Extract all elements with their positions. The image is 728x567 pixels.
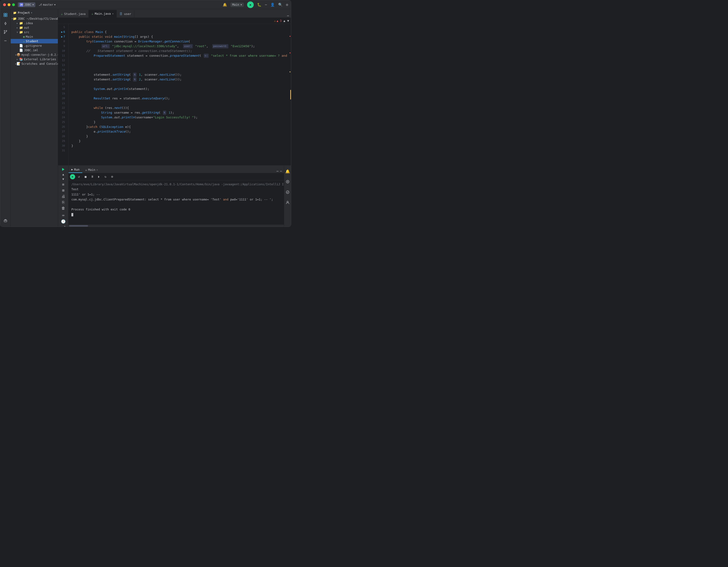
tab-student[interactable]: ☕ Student.java — [58, 10, 89, 18]
tab-run[interactable]: ▶ Run — [69, 166, 82, 173]
tree-arrow: ▶ — [15, 27, 19, 29]
project-badge[interactable]: JD JDBC ▼ — [18, 2, 35, 7]
code-line: System.out.println(username+"Login Succe… — [71, 115, 288, 120]
history-icon[interactable]: 🕐 — [60, 219, 67, 224]
avatar-icon[interactable]: 👤 — [270, 3, 275, 7]
main-tab-label: Main — [88, 168, 95, 171]
code-line: // Statement statement = connection.crea… — [71, 49, 288, 53]
code-line: } — [71, 143, 288, 148]
tree-item-external-libs[interactable]: ▶ 📚 External Libraries — [11, 57, 58, 61]
tree-item-mysql-jar[interactable]: ▶ 📦 mysql-connector-j-8.2.0.jar — [11, 52, 58, 57]
java-file-icon: ☕ — [23, 39, 25, 43]
terminal-icon[interactable]: ⌨ — [60, 213, 67, 218]
code-content[interactable]: public class Main { public static void m… — [69, 24, 288, 165]
tree-arrow: ▶ — [15, 22, 19, 24]
more-tools-icon[interactable]: ⋯ — [2, 37, 9, 44]
debug-icon[interactable]: 🐛 — [257, 3, 262, 7]
code-line — [71, 68, 288, 72]
line-num: 28 — [58, 134, 66, 139]
maximize-button[interactable] — [12, 3, 15, 6]
git-tool-icon[interactable] — [2, 28, 9, 36]
rerun-button[interactable]: ↺ — [76, 174, 82, 179]
more-icon[interactable]: ⋯ — [276, 169, 278, 173]
tree-item-jdbc[interactable]: ▼ 📁 JDBC ~/Desktop/CS/JavaEE/1 Ja — [11, 16, 58, 21]
tree-item-iml[interactable]: 📄 JDBC.iml — [11, 48, 58, 52]
ai-icon[interactable] — [284, 178, 291, 185]
delete-icon[interactable]: 🗑 — [60, 206, 67, 210]
tab-main-console[interactable]: ☕ Main ✕ — [82, 166, 101, 173]
tree-item-scratches[interactable]: ▶ 📝 Scratches and Consoles — [11, 61, 58, 66]
code-line: }catch (SQLException e){ — [71, 124, 288, 129]
line-num: 5 — [58, 25, 66, 30]
run-config[interactable]: Main ▼ — [230, 3, 244, 7]
git-branch-icon[interactable]: ⎇ — [60, 225, 67, 227]
tree-item-student[interactable]: ☕ Student — [11, 39, 58, 43]
run-panel-icon[interactable] — [60, 167, 67, 171]
tab-user[interactable]: 🗄 user — [117, 10, 134, 18]
stop-button[interactable]: ■ — [83, 174, 88, 179]
pause-button[interactable]: ⏸ — [89, 174, 95, 179]
commit-tool-icon[interactable] — [2, 20, 9, 27]
line-num: 30 — [58, 143, 66, 148]
tree-label: .gitignore — [24, 44, 42, 47]
tree-label: JDBC ~/Desktop/CS/JavaEE/1 Ja — [18, 17, 58, 20]
expand-icon[interactable]: ▼ — [287, 19, 289, 23]
tree-item-out[interactable]: ▶ 📁 out — [11, 25, 58, 30]
editor-right-gutter — [288, 24, 291, 165]
tree-label: Student — [26, 39, 38, 43]
user-panel-icon[interactable] — [284, 199, 291, 206]
search-icon[interactable]: 🔍 — [278, 3, 283, 7]
run-again-button[interactable]: ▶ — [70, 174, 75, 179]
tab-settings-icon[interactable]: ⋯ — [287, 14, 289, 18]
run-button[interactable]: ▶ — [247, 1, 254, 8]
up-icon[interactable]: ▲ — [60, 173, 67, 176]
svg-rect-11 — [5, 219, 6, 220]
collapse-icon[interactable]: ▲ — [283, 19, 285, 23]
print-icon[interactable]: 🖨 — [60, 194, 67, 198]
horizontal-scrollbar[interactable] — [69, 225, 284, 227]
branch-badge[interactable]: ⎇ master ▼ — [37, 3, 57, 7]
project-tool-icon[interactable] — [2, 11, 9, 19]
line-num: 12 — [58, 58, 66, 63]
code-line: try(Connection connection = DriverManage… — [71, 39, 288, 44]
folder-icon: 📁 — [19, 26, 23, 29]
scroll-indicator — [290, 90, 291, 99]
tree-label: .idea — [24, 21, 33, 25]
resume-button[interactable]: ⏵ — [96, 174, 102, 179]
plugin-icon[interactable] — [2, 216, 9, 224]
code-line — [71, 82, 288, 87]
close-button[interactable] — [3, 3, 6, 6]
settings-icon[interactable]: ⚙ — [286, 3, 288, 7]
tab-label: user — [124, 12, 131, 16]
minimize-icon[interactable]: − — [280, 169, 282, 173]
minimize-button[interactable] — [8, 3, 10, 6]
step-button[interactable]: ↻ — [103, 174, 108, 179]
tree-label: out — [24, 26, 29, 29]
main-layout: ⋯ 📁 Project ▼ ▼ 📁 JDBC ~/Desktop/CS/Java… — [0, 9, 291, 227]
tree-item-gitignore[interactable]: 📄 .gitignore — [11, 43, 58, 48]
more-icon[interactable]: ⋯ — [265, 3, 267, 7]
java-icon: ☕ — [85, 168, 87, 171]
tab-close-button[interactable]: ✕ — [97, 168, 98, 171]
openai-icon[interactable] — [284, 188, 291, 196]
copy-icon[interactable]: ⎘ — [60, 200, 67, 204]
down-icon[interactable]: ▼ — [60, 177, 67, 181]
titlebar: JD JDBC ▼ ⎇ master ▼ 🔔 Main ▼ ▶ 🐛 ⋯ 👤 🔍 … — [0, 0, 291, 9]
notifications-icon[interactable]: 🔔 — [223, 3, 227, 7]
file-icon: 📄 — [19, 48, 23, 52]
content-area: 📁 Project ▼ ▼ 📁 JDBC ~/Desktop/CS/JavaEE… — [11, 9, 291, 227]
tab-close-button[interactable]: ✕ — [112, 12, 114, 15]
tree-item-main-package[interactable]: ◉ Main — [11, 34, 58, 39]
settings-icon[interactable]: ⚙ — [109, 174, 115, 179]
bottom-left-icons: ▲ ▼ ≡ ⊞ 🖨 ⎘ — [58, 165, 69, 227]
code-line — [71, 58, 288, 63]
tree-item-idea[interactable]: ▶ 📁 .idea — [11, 21, 58, 25]
tab-main[interactable]: ☕ Main.java ✕ — [89, 10, 117, 18]
scratches-icon: 📝 — [17, 62, 20, 65]
jar-icon: 📦 — [17, 53, 20, 56]
file-tree: 📁 Project ▼ ▼ 📁 JDBC ~/Desktop/CS/JavaEE… — [11, 9, 58, 227]
notifications-panel-icon[interactable]: 🔔 — [284, 167, 291, 175]
tree-item-src[interactable]: ▼ 📁 src — [11, 30, 58, 34]
layout-icon[interactable]: ⊞ — [60, 188, 67, 193]
align-icon[interactable]: ≡ — [60, 182, 67, 187]
